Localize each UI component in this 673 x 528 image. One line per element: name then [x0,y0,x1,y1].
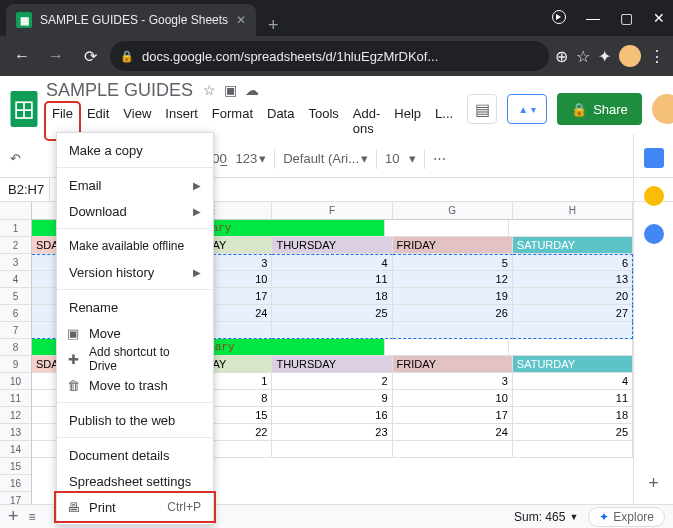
cell[interactable]: 4 [272,254,392,271]
cell[interactable]: SATURDAY [513,237,633,254]
back-button[interactable]: ← [8,42,36,70]
menu-addons[interactable]: Add-ons [347,103,386,139]
cell[interactable] [393,441,513,458]
name-box[interactable]: B2:H7 [0,178,50,201]
calendar-icon[interactable] [644,148,664,168]
minimize-icon[interactable]: — [586,10,600,26]
cell[interactable] [393,322,513,339]
row-header[interactable]: 7 [0,322,32,339]
menu-make-a-copy[interactable]: Make a copy [57,137,213,163]
cell[interactable]: 23 [272,424,392,441]
tasks-icon[interactable] [644,224,664,244]
menu-download[interactable]: Download▶ [57,198,213,224]
cell[interactable]: SATURDAY [513,356,633,373]
menu-email[interactable]: Email▶ [57,172,213,198]
cell[interactable]: 5 [393,254,513,271]
reload-button[interactable]: ⟳ [76,42,104,70]
cell[interactable]: 10 [393,390,513,407]
row-header[interactable]: 2 [0,237,32,254]
menu-version-history[interactable]: Version history▶ [57,259,213,285]
cell[interactable] [513,441,633,458]
cell[interactable]: 26 [393,305,513,322]
row-header[interactable]: 10 [0,373,32,390]
add-addon-icon[interactable]: + [648,473,659,494]
menu-publish-to-web[interactable]: Publish to the web [57,407,213,433]
add-sheet-button[interactable]: + [8,506,19,527]
menu-tools[interactable]: Tools [302,103,344,139]
row-header[interactable]: 6 [0,305,32,322]
menu-move[interactable]: ▣Move [57,320,213,346]
row-header[interactable]: 13 [0,424,32,441]
cell[interactable] [509,220,633,237]
star-icon[interactable]: ☆ [576,47,590,66]
explore-button[interactable]: ✦ Explore [588,507,665,527]
row-header[interactable]: 14 [0,441,32,458]
row-header[interactable]: 3 [0,254,32,271]
move-doc-icon[interactable]: ▣ [224,82,237,98]
column-header[interactable]: G [393,202,513,220]
font-size-selector[interactable]: 10 ▾ [385,151,416,166]
row-header[interactable]: 12 [0,407,32,424]
row-header[interactable]: 16 [0,475,32,492]
cell[interactable]: FRIDAY [393,356,513,373]
cell[interactable] [509,339,633,356]
browser-tab[interactable]: ▦ SAMPLE GUIDES - Google Sheets ✕ [6,4,256,36]
account-avatar[interactable] [652,94,673,124]
font-selector[interactable]: Default (Ari... ▾ [283,151,368,166]
comments-button[interactable]: ▤ [467,94,497,124]
menu-add-shortcut[interactable]: ✚Add shortcut to Drive [57,346,213,372]
column-header[interactable]: H [513,202,633,220]
cloud-status-icon[interactable]: ☁ [245,82,259,98]
address-bar[interactable]: 🔒 docs.google.com/spreadsheets/d/1hluEgz… [110,41,549,71]
new-tab-button[interactable]: + [256,15,291,36]
extension-icon[interactable]: ✦ [598,47,611,66]
cell[interactable] [272,441,392,458]
menu-make-available-offline[interactable]: Make available offline [57,233,213,259]
chevron-down-icon[interactable]: ▼ [569,512,578,522]
cell[interactable]: 18 [272,288,392,305]
browser-menu-icon[interactable]: ⋮ [649,47,665,66]
cell[interactable] [272,322,392,339]
cell[interactable]: 18 [513,407,633,424]
menu-rename[interactable]: Rename [57,294,213,320]
cell[interactable]: 24 [393,424,513,441]
close-window-icon[interactable]: ✕ [653,10,665,26]
document-title[interactable]: SAMPLE GUIDES [46,80,193,101]
cell[interactable]: 27 [513,305,633,322]
maximize-icon[interactable]: ▢ [620,10,633,26]
row-header[interactable]: 9 [0,356,32,373]
star-doc-icon[interactable]: ☆ [203,82,216,98]
menu-help[interactable]: Help [388,103,427,139]
cell[interactable]: 11 [513,390,633,407]
row-header[interactable]: 8 [0,339,32,356]
cell[interactable] [385,220,509,237]
menu-move-to-trash[interactable]: 🗑Move to trash [57,372,213,398]
cell[interactable]: 11 [272,271,392,288]
share-button[interactable]: 🔒 Share [557,93,642,125]
profile-avatar[interactable] [619,45,641,67]
cell[interactable] [513,322,633,339]
cell[interactable]: 12 [393,271,513,288]
close-tab-icon[interactable]: ✕ [236,13,246,27]
cell[interactable]: 19 [393,288,513,305]
keep-icon[interactable] [644,186,664,206]
menu-l[interactable]: L... [429,103,459,139]
present-button[interactable]: ▲ ▾ [507,94,547,124]
cell[interactable]: THURSDAY [272,356,392,373]
row-header[interactable]: 11 [0,390,32,407]
cell[interactable]: 16 [272,407,392,424]
column-header[interactable]: F [272,202,392,220]
all-sheets-button[interactable]: ≡ [29,510,36,524]
cell[interactable]: 6 [513,254,633,271]
cell[interactable] [385,339,509,356]
cell[interactable]: 2 [272,373,392,390]
sheets-logo[interactable] [10,87,38,131]
more-toolbar-icon[interactable]: ⋯ [433,151,446,166]
row-header[interactable]: 5 [0,288,32,305]
row-header[interactable]: 1 [0,220,32,237]
menu-spreadsheet-settings[interactable]: Spreadsheet settings [57,468,213,494]
cell[interactable]: 25 [513,424,633,441]
cell[interactable]: 13 [513,271,633,288]
row-header[interactable]: 15 [0,458,32,475]
cell[interactable]: 9 [272,390,392,407]
